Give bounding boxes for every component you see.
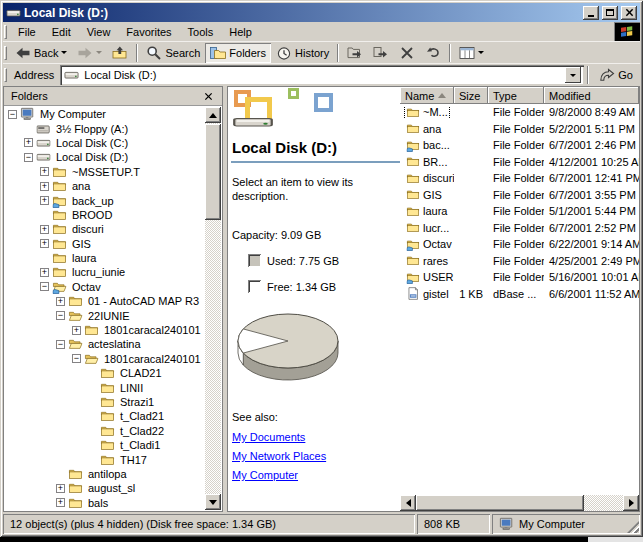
- views-button[interactable]: [454, 43, 489, 63]
- tree-item-label[interactable]: t_Clad21: [118, 410, 166, 422]
- tree-item[interactable]: +back_up: [5, 193, 205, 207]
- tree-item[interactable]: LINII: [5, 380, 205, 394]
- forward-dropdown-icon[interactable]: [96, 51, 102, 54]
- tree-item-label[interactable]: 22IUNIE: [86, 310, 132, 322]
- expand-icon[interactable]: +: [40, 268, 49, 277]
- file-name-cell[interactable]: lucr...: [400, 221, 454, 234]
- file-row[interactable]: bac...File Folder6/7/2001 2:46 PM: [400, 137, 639, 154]
- forward-button[interactable]: [72, 43, 107, 63]
- menu-band-grip[interactable]: [4, 25, 7, 39]
- tree-item-label[interactable]: Local Disk (D:): [54, 151, 130, 163]
- column-header-size[interactable]: Size: [454, 87, 488, 104]
- selected-file-name[interactable]: ~M...: [405, 106, 449, 119]
- title-bar[interactable]: Local Disk (D:): [3, 3, 640, 22]
- tree-item[interactable]: t_Clad21: [5, 409, 205, 423]
- file-name[interactable]: ana: [405, 122, 449, 135]
- file-row[interactable]: lauraFile Folder5/1/2001 5:44 PM: [400, 203, 639, 220]
- menu-view[interactable]: View: [79, 24, 119, 40]
- tree-item[interactable]: +Local Disk (C:): [5, 136, 205, 150]
- file-name[interactable]: bac...: [405, 139, 449, 152]
- scroll-right-button[interactable]: [623, 495, 639, 511]
- tree-item[interactable]: t_Cladi1: [5, 438, 205, 452]
- search-button[interactable]: Search: [141, 43, 205, 63]
- move-to-button[interactable]: [342, 43, 368, 63]
- tree-item-label[interactable]: My Computer: [38, 108, 108, 120]
- tree-item[interactable]: t_Clad22: [5, 424, 205, 438]
- file-name[interactable]: USER: [405, 271, 449, 284]
- file-name[interactable]: BR...: [405, 155, 449, 168]
- file-row[interactable]: USERFile Folder5/16/2001 10:01 AM: [400, 269, 639, 286]
- tree-item[interactable]: Strazi1: [5, 395, 205, 409]
- tree-item[interactable]: +01 - AutoCAD MAP R3: [5, 294, 205, 308]
- tree-item-label[interactable]: lucru_iunie: [70, 266, 127, 278]
- maximize-button[interactable]: [602, 6, 618, 20]
- toolbar-grip[interactable]: [4, 46, 7, 60]
- see-also-link-my-network-places[interactable]: My Network Places: [232, 450, 403, 462]
- tree-item-label[interactable]: antilopa: [86, 468, 129, 480]
- file-name[interactable]: discuri: [405, 172, 449, 185]
- address-band-grip[interactable]: [4, 68, 7, 82]
- tree-item-label[interactable]: laura: [70, 252, 98, 264]
- menu-file[interactable]: File: [10, 24, 44, 40]
- tree-item[interactable]: TH17: [5, 452, 205, 466]
- tree-item-label[interactable]: ~MSSETUP.T: [70, 166, 142, 178]
- window-resize-grip[interactable]: [627, 521, 639, 533]
- file-name[interactable]: GIS: [405, 188, 449, 201]
- tree-item[interactable]: +ana: [5, 179, 205, 193]
- collapse-icon[interactable]: −: [72, 354, 81, 363]
- file-name-cell[interactable]: laura: [400, 205, 454, 218]
- tree-item[interactable]: +GIS: [5, 237, 205, 251]
- tree-item-label[interactable]: discuri: [70, 223, 106, 235]
- scroll-left-button[interactable]: [400, 495, 416, 511]
- address-dropdown-button[interactable]: [565, 67, 581, 83]
- file-name-cell[interactable]: BR...: [400, 155, 454, 168]
- tree-item-label[interactable]: ana: [70, 180, 92, 192]
- see-also-link-my-documents[interactable]: My Documents: [232, 431, 403, 443]
- file-row[interactable]: gistel1 KBdBase ...6/6/2001 11:52 AM: [400, 286, 639, 303]
- tree-item[interactable]: +bals: [5, 496, 205, 510]
- tree-item[interactable]: +~MSSETUP.T: [5, 165, 205, 179]
- tree-scroll-down-button[interactable]: [205, 494, 221, 510]
- expand-icon[interactable]: +: [56, 484, 65, 493]
- expand-icon[interactable]: +: [40, 167, 49, 176]
- tree-item-label[interactable]: back_up: [70, 195, 116, 207]
- expand-icon[interactable]: +: [40, 182, 49, 191]
- file-name[interactable]: laura: [405, 205, 449, 218]
- back-button[interactable]: Back: [10, 43, 72, 63]
- history-button[interactable]: History: [271, 43, 334, 63]
- file-row[interactable]: discuriFile Folder6/7/2001 12:41 PM: [400, 170, 639, 187]
- menu-help[interactable]: Help: [221, 24, 260, 40]
- undo-button[interactable]: [420, 43, 446, 63]
- column-header-type[interactable]: Type: [488, 87, 544, 104]
- expand-icon[interactable]: +: [56, 297, 65, 306]
- tree-item-label[interactable]: Local Disk (C:): [54, 137, 130, 149]
- tree-item[interactable]: −My Computer: [5, 107, 205, 121]
- tree-item[interactable]: laura: [5, 251, 205, 265]
- menu-tools[interactable]: Tools: [180, 24, 222, 40]
- collapse-icon[interactable]: −: [56, 311, 65, 320]
- list-horizontal-scrollbar[interactable]: [400, 495, 639, 511]
- expand-icon[interactable]: +: [40, 225, 49, 234]
- column-header-modified[interactable]: Modified: [544, 87, 639, 104]
- expand-icon[interactable]: +: [40, 196, 49, 205]
- file-row[interactable]: raresFile Folder4/25/2001 2:49 PM: [400, 253, 639, 270]
- collapse-icon[interactable]: −: [24, 153, 33, 162]
- tree-item-label[interactable]: t_Clad22: [118, 425, 166, 437]
- tree-item[interactable]: +lucru_iunie: [5, 265, 205, 279]
- tree-item[interactable]: −Local Disk (D:): [5, 150, 205, 164]
- tree-item[interactable]: antilopa: [5, 467, 205, 481]
- delete-button[interactable]: [394, 43, 420, 63]
- file-row[interactable]: GISFile Folder6/7/2001 3:55 PM: [400, 187, 639, 204]
- column-header-name[interactable]: Name: [400, 87, 454, 104]
- file-name-cell[interactable]: ~M...: [400, 106, 454, 119]
- tree-item[interactable]: BROOD: [5, 208, 205, 222]
- file-name[interactable]: Octav: [405, 238, 449, 251]
- folders-button[interactable]: Folders: [205, 43, 271, 63]
- tree-item-label[interactable]: GIS: [70, 238, 93, 250]
- file-row[interactable]: lucr...File Folder6/7/2001 2:52 PM: [400, 220, 639, 237]
- file-row[interactable]: anaFile Folder5/2/2001 5:11 PM: [400, 121, 639, 138]
- close-folders-button[interactable]: [201, 89, 215, 103]
- file-name-cell[interactable]: Octav: [400, 238, 454, 251]
- tree-scrollbar[interactable]: [205, 107, 221, 510]
- file-name-cell[interactable]: discuri: [400, 172, 454, 185]
